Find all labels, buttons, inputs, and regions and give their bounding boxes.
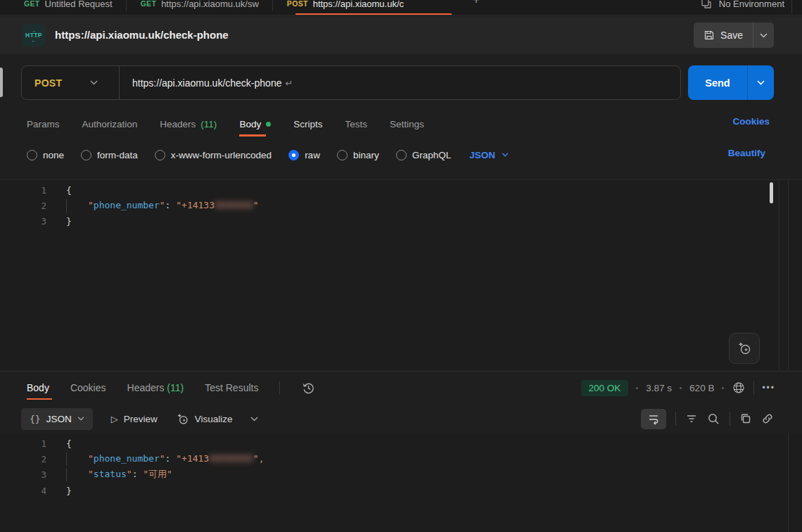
radio-form-data[interactable]: form-data xyxy=(81,150,138,160)
topbar-divider xyxy=(791,0,792,13)
save-button[interactable]: Save xyxy=(694,23,753,48)
meta-divider xyxy=(279,381,280,395)
request-body-code: 1{2"phone_number": "+141330000000"3} xyxy=(0,182,802,229)
visualize-sparkle-icon xyxy=(176,412,189,426)
tab-settings[interactable]: Settings xyxy=(390,119,424,129)
new-tab-button[interactable]: + xyxy=(473,0,480,7)
request-tab-sw[interactable]: GET https://api.xiaomu.uk/sw xyxy=(127,0,273,15)
radio-graphql[interactable]: GraphQL xyxy=(396,150,452,160)
response-section-divider xyxy=(0,371,802,372)
request-body-editor[interactable]: 1{2"phone_number": "+141330000000"3} xyxy=(0,179,802,369)
response-tab-test-results[interactable]: Test Results xyxy=(205,382,258,393)
radio-binary[interactable]: binary xyxy=(337,150,379,160)
tab-authorization[interactable]: Authorization xyxy=(82,119,138,129)
tab-tests[interactable]: Tests xyxy=(345,119,367,129)
network-globe-icon[interactable] xyxy=(732,381,746,395)
chevron-down-icon xyxy=(760,33,768,38)
send-split-button: Send xyxy=(688,65,774,100)
radio-x-www-form-urlencoded[interactable]: x-www-form-urlencoded xyxy=(155,150,272,160)
request-tab-untitled[interactable]: GET Untitled Request xyxy=(10,0,127,15)
request-title: https://api.xiaomu.uk/check-phone xyxy=(55,29,229,41)
line-number: 1 xyxy=(0,185,51,196)
code-line: 3} xyxy=(0,214,802,229)
body-type-selector: none form-data x-www-form-urlencoded raw… xyxy=(27,141,509,169)
code-line: 4} xyxy=(0,483,802,498)
panel-edge-line xyxy=(788,179,789,369)
radio-circle xyxy=(81,150,91,160)
tab-params[interactable]: Params xyxy=(27,119,60,129)
tab-headers[interactable]: Headers (11) xyxy=(160,119,217,129)
tab-scripts[interactable]: Scripts xyxy=(293,119,322,129)
filter-icon[interactable] xyxy=(685,412,698,425)
headers-count-badge: (11) xyxy=(200,119,217,129)
body-modified-dot xyxy=(266,122,271,127)
save-split-button: Save xyxy=(694,23,774,48)
environment-selector[interactable]: No Environment xyxy=(719,0,784,9)
visualize-button[interactable]: Visualize xyxy=(176,412,233,426)
request-title-row: →HTTP← https://api.xiaomu.uk/check-phone… xyxy=(0,16,802,54)
beautify-link[interactable]: Beautify xyxy=(728,148,765,158)
response-body-viewer[interactable]: 1{2"phone_number": "+141300000000",3"sta… xyxy=(0,433,802,532)
radio-circle xyxy=(337,150,348,160)
response-size[interactable]: 620 B xyxy=(689,383,714,393)
line-number: 2 xyxy=(0,454,51,464)
send-options-button[interactable] xyxy=(747,65,774,100)
response-format-dropdown[interactable]: {} JSON xyxy=(21,408,93,430)
search-icon[interactable] xyxy=(707,412,720,426)
line-number: 2 xyxy=(0,201,51,211)
separator-dot xyxy=(636,387,638,389)
line-number: 3 xyxy=(0,216,51,227)
response-tab-cookies[interactable]: Cookies xyxy=(70,382,106,393)
tab-body[interactable]: Body xyxy=(239,119,271,129)
radio-circle xyxy=(155,150,165,160)
method-dropdown[interactable]: POST xyxy=(22,66,119,99)
radio-circle-selected xyxy=(288,150,299,160)
radio-none[interactable]: none xyxy=(27,150,64,160)
request-url-bar: POST https://api.xiaomu.uk/check-phone↵ xyxy=(21,65,681,100)
headers-count-badge: (11) xyxy=(167,382,184,393)
response-toolbar-icons xyxy=(641,408,774,429)
code-line: 3"status": "可用" xyxy=(0,467,802,483)
code-line: 2"phone_number": "+141330000000" xyxy=(0,198,802,213)
save-options-button[interactable] xyxy=(753,23,774,48)
active-tab-underline xyxy=(27,398,52,400)
code-line: 2"phone_number": "+141300000000", xyxy=(0,451,802,467)
response-tab-headers[interactable]: Headers (11) xyxy=(127,382,184,393)
response-tab-body[interactable]: Body xyxy=(27,382,49,393)
radio-raw[interactable]: raw xyxy=(288,150,320,160)
sidebar-resize-handle[interactable] xyxy=(0,68,3,97)
panel-edge-line xyxy=(788,433,789,532)
environment-quicklook-icon[interactable] xyxy=(701,0,712,9)
braces-icon: {} xyxy=(30,414,41,424)
status-badge[interactable]: 200 OK xyxy=(581,380,629,396)
active-tab-underline xyxy=(239,134,266,137)
wrap-text-button[interactable] xyxy=(641,409,666,429)
format-selected: JSON xyxy=(469,150,495,160)
line-number: 4 xyxy=(0,486,51,496)
preview-button[interactable]: ▷ Preview xyxy=(111,414,158,424)
cookies-link[interactable]: Cookies xyxy=(732,116,770,127)
response-time[interactable]: 3.87 s xyxy=(646,383,672,393)
meta-divider xyxy=(753,381,754,395)
separator-dot xyxy=(722,387,724,389)
editor-scrollbar-thumb[interactable] xyxy=(770,182,773,203)
postbot-sparkle-icon xyxy=(737,341,752,356)
link-icon[interactable] xyxy=(761,412,774,425)
copy-icon[interactable] xyxy=(739,412,752,425)
chevron-down-icon xyxy=(502,153,509,157)
response-history-icon[interactable] xyxy=(301,381,316,395)
postbot-button[interactable] xyxy=(729,333,760,364)
url-input[interactable]: https://api.xiaomu.uk/check-phone↵ xyxy=(120,77,293,89)
method-badge: GET xyxy=(24,0,40,8)
save-label: Save xyxy=(720,30,743,41)
active-tab-indicator xyxy=(295,13,452,15)
raw-format-dropdown[interactable]: JSON xyxy=(469,150,509,160)
toolbar-divider xyxy=(675,412,676,426)
response-body-code: 1{2"phone_number": "+141300000000",3"sta… xyxy=(0,436,802,499)
save-icon xyxy=(704,30,715,41)
send-button[interactable]: Send xyxy=(688,65,747,100)
toolbar-divider xyxy=(730,412,730,426)
more-options-button[interactable]: ••• xyxy=(762,383,775,393)
http-request-icon: →HTTP← xyxy=(23,24,45,46)
chevron-down-icon[interactable] xyxy=(250,417,258,422)
